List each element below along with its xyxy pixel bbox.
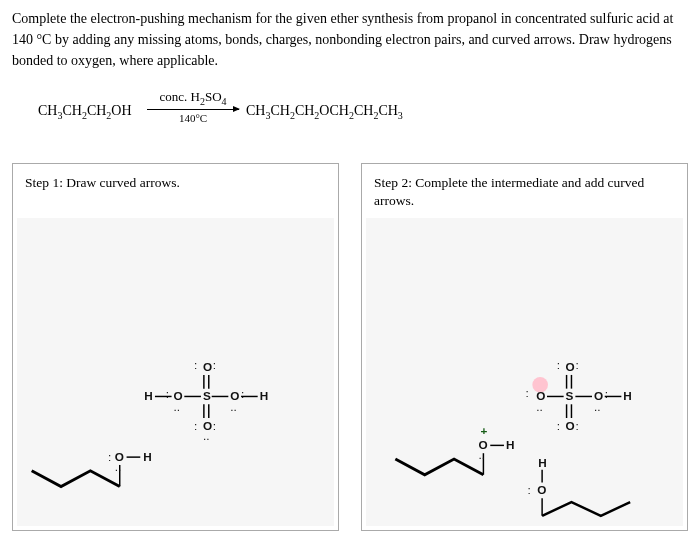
- reactant-formula: CH3CH2CH2OH: [38, 103, 132, 121]
- step2-canvas[interactable]: : O .. S O H O O : : : .. : :: [366, 218, 683, 526]
- atom-h-right: H: [260, 389, 268, 402]
- svg-text:..: ..: [536, 400, 543, 413]
- product-formula: CH3CH2CH2OCH2CH2CH3: [246, 103, 403, 121]
- atom-o-top2: O: [566, 360, 575, 373]
- steps-container: Step 1: Draw curved arrows. O H : .. H O…: [12, 163, 688, 531]
- svg-text::: :: [605, 387, 608, 400]
- svg-text::: :: [213, 358, 216, 371]
- conditions-top: conc. H2SO4: [147, 89, 239, 107]
- atom-s: S: [203, 389, 211, 402]
- conditions-bottom: 140°C: [147, 112, 239, 124]
- positive-charge: +: [480, 424, 487, 437]
- svg-text::: :: [527, 483, 530, 496]
- atom-s2: S: [566, 389, 574, 402]
- svg-text:..: ..: [479, 448, 486, 461]
- step2-molecule: : O .. S O H O O : : : .. : :: [366, 218, 683, 526]
- svg-text:..: ..: [203, 429, 210, 442]
- reaction-scheme: CH3CH2CH2OH conc. H2SO4 140°C CH3CH2CH2O…: [12, 89, 688, 133]
- svg-text::: :: [213, 419, 216, 432]
- svg-text::: :: [166, 387, 169, 400]
- svg-text:..: ..: [115, 460, 122, 473]
- svg-text::: :: [575, 419, 578, 432]
- svg-text::: :: [194, 419, 197, 432]
- step1-canvas[interactable]: O H : .. H O S O H O: [17, 218, 334, 526]
- step1-molecule: O H : .. H O S O H O: [17, 218, 334, 526]
- atom-o-prop2: O: [537, 483, 546, 496]
- step1-title: Step 1: Draw curved arrows.: [13, 164, 338, 214]
- reaction-arrow: conc. H2SO4 140°C: [147, 89, 239, 124]
- svg-text:..: ..: [594, 400, 601, 413]
- svg-text::: :: [194, 358, 197, 371]
- atom-h-left: H: [144, 389, 152, 402]
- atom-h-prop2: H: [538, 456, 546, 469]
- step2-panel: Step 2: Complete the intermediate and ad…: [361, 163, 688, 531]
- atom-o-bot2: O: [566, 419, 575, 432]
- atom-h-prop1: H: [506, 438, 514, 451]
- svg-text::: :: [241, 387, 244, 400]
- step2-title: Step 2: Complete the intermediate and ad…: [362, 164, 687, 218]
- svg-text::: :: [108, 450, 111, 463]
- svg-text:..: ..: [230, 400, 237, 413]
- step1-panel: Step 1: Draw curved arrows. O H : .. H O…: [12, 163, 339, 531]
- svg-text::: :: [525, 386, 528, 399]
- svg-text::: :: [557, 419, 560, 432]
- svg-text::: :: [575, 358, 578, 371]
- atom-h-right2: H: [623, 389, 631, 402]
- atom-h-propanol: H: [143, 450, 151, 463]
- svg-text::: :: [557, 358, 560, 371]
- atom-o-top: O: [203, 360, 212, 373]
- svg-text:..: ..: [174, 400, 181, 413]
- instructions-text: Complete the electron-pushing mechanism …: [12, 8, 688, 71]
